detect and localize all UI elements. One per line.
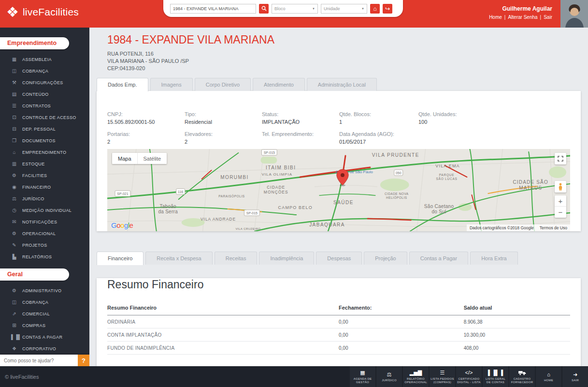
- finance-row: FUNDO DE INADIMPLÊNCIA0,00408,00: [107, 342, 570, 355]
- monitor-icon: ⊟: [11, 127, 17, 132]
- sidebar-item-administrativo[interactable]: ⚙ADMINISTRATIVO: [0, 285, 89, 297]
- finance-cell: ORDINÁRIA: [107, 315, 339, 328]
- sidebar-item-assembleia[interactable]: ▦ASSEMBLEIA: [0, 54, 89, 65]
- fullscreen-button[interactable]: [555, 153, 566, 164]
- home-quick-button[interactable]: ⌂: [370, 4, 380, 14]
- global-search-input[interactable]: [170, 4, 256, 14]
- map-type-map-button[interactable]: Mapa: [112, 153, 138, 164]
- tab-dados-emp[interactable]: Dados Emp.: [97, 78, 148, 91]
- bloco-select[interactable]: Bloco ▼: [272, 4, 318, 14]
- footer-button-cadastro-fornecedor[interactable]: CADASTRO FORNECEDOR: [509, 366, 535, 387]
- map-canvas[interactable]: SP-021116SP-015SP-015050 VILA PRUDENTEVI…: [107, 149, 570, 231]
- sidebar-item-conteudo[interactable]: ▤CONTEÚDO: [0, 89, 89, 100]
- sidebar-item-controle-de-acesso[interactable]: ⊡CONTROLE DE ACESSO: [0, 112, 89, 123]
- address-line: VILA MARIANA - SÃO PAULO /SP: [107, 58, 581, 65]
- sidebar-item-medicao-individual[interactable]: ◷MEDIÇÃO INDIVIDUAL: [0, 205, 89, 216]
- field-label: CNPJ:: [107, 111, 185, 117]
- sidebar-item-compras[interactable]: ⊞COMPRAS: [0, 320, 89, 331]
- map-label: VILA OLIMPIA: [262, 172, 292, 177]
- sidebar-item-comercial[interactable]: ⇗COMERCIAL: [0, 308, 89, 320]
- tab-contas-a-pagar[interactable]: Contas a Pagar: [409, 252, 468, 265]
- tab-hora-extra[interactable]: Hora Extra: [470, 252, 518, 265]
- field-value: Residencial: [185, 119, 262, 125]
- tab-receita-x-despesa[interactable]: Receita x Despesa: [145, 252, 212, 265]
- field-value: 100: [418, 119, 570, 125]
- sidebar-item-relatorios[interactable]: ▙RELATÓRIOS: [0, 251, 89, 263]
- global-search-bar: Bloco ▼ Unidade ▼ ⌂ ↪: [163, 0, 403, 17]
- sidebar-item-dep-pessoal[interactable]: ⊟DEP. PESSOAL: [0, 123, 89, 135]
- tab-despesas[interactable]: Despesas: [316, 252, 362, 265]
- truck-icon: [518, 370, 526, 376]
- home-icon: ⌂: [547, 371, 550, 378]
- sidebar-item-projetos[interactable]: ✎PROJETOS: [0, 239, 89, 251]
- sidebar-item-empreendimento[interactable]: ⌂EMPREENDIMENTO: [0, 147, 89, 158]
- help-input[interactable]: [0, 355, 78, 366]
- sidebar-section-geral[interactable]: Geral: [0, 268, 69, 281]
- sidebar-item-corporativo[interactable]: ❖CORPORATIVO: [0, 343, 89, 355]
- sidebar-item-estoque[interactable]: ▥ESTOQUE: [0, 158, 89, 170]
- sidebar-item-operacional[interactable]: ⚙OPERACIONAL: [0, 228, 89, 239]
- footer-button-sair[interactable]: ➜SAIR: [562, 366, 588, 387]
- footer-button-certificado-digital-lista[interactable]: </>CERTIFICADO DIGITAL - LISTA: [456, 366, 482, 387]
- sidebar-item-financeiro[interactable]: ◉FINANCEIRO: [0, 181, 89, 193]
- terms-of-use-link[interactable]: Termos de Uso: [540, 225, 567, 230]
- unidade-select[interactable]: Unidade ▼: [321, 4, 367, 14]
- sidebar-item-contratos[interactable]: ☰CONTRATOS: [0, 100, 89, 112]
- footer-button-juridico[interactable]: ⚖JURÍDICO: [376, 366, 402, 387]
- sidebar-item-contas-a-pagar[interactable]: ▌▐▌CONTAS A PAGAR: [0, 331, 89, 343]
- contracts-icon: ☰: [11, 104, 17, 108]
- sidebar-item-configuracoes[interactable]: ⚒CONFIGURAÇÕES: [0, 77, 89, 89]
- map-label: PARAISÓPOLIS: [218, 194, 245, 198]
- search-button[interactable]: [259, 4, 269, 14]
- map-label: VILA ANDRADE: [201, 217, 236, 222]
- zoom-out-button[interactable]: −: [555, 207, 566, 218]
- brand-logo[interactable]: ❖ liveFacilities: [6, 5, 79, 19]
- footer-button-label: HOME: [544, 379, 553, 382]
- map-label: MATEUS: [519, 185, 542, 191]
- field-label: Qtde. Blocos:: [339, 111, 418, 117]
- tab-projecao[interactable]: Projeção: [364, 252, 407, 265]
- sidebar-item-cobranca[interactable]: ◫COBRANÇA: [0, 297, 89, 308]
- bar-chart-icon: ▂▅▇: [410, 370, 422, 376]
- share-button[interactable]: ↪: [383, 4, 392, 14]
- tab-atendimento[interactable]: Atendimento: [253, 78, 305, 91]
- tab-administracao-local[interactable]: Administração Local: [307, 78, 377, 91]
- chevron-down-icon: ▼: [312, 7, 315, 10]
- link-alterar-senha[interactable]: Alterar Senha: [508, 15, 537, 20]
- link-home[interactable]: Home: [489, 15, 502, 20]
- map-label: CAMPO BELO: [278, 205, 313, 210]
- footer-button-lista-geral-de-contas[interactable]: ▌▐▌▐LISTA GERAL DE CONTAS: [483, 366, 508, 387]
- zoom-in-button[interactable]: +: [555, 195, 566, 207]
- sidebar-item-notificacoes[interactable]: ✉NOTIFICAÇÕES: [0, 216, 89, 228]
- pegman-control[interactable]: [555, 181, 566, 193]
- tab-financeiro[interactable]: Financeiro: [97, 252, 143, 265]
- footer-button-agenda-de-gestao[interactable]: ▦AGENDA DE GESTÃO: [350, 366, 375, 387]
- finance-cell: CONTA IMPLANTAÇÃO: [107, 328, 339, 342]
- field-label: Qtde. Unidades:: [418, 111, 570, 117]
- finance-row: ORDINÁRIA0,008.906,38: [107, 315, 570, 328]
- map-label: SÃO LUCAS: [436, 177, 457, 180]
- sidebar-item-facilities[interactable]: ⚙FACILITIES: [0, 170, 89, 181]
- sidebar-item-documentos[interactable]: ❐DOCUMENTOS: [0, 135, 89, 147]
- map-type-satellite-button[interactable]: Satélite: [138, 153, 167, 164]
- sidebar-section-empreendimento[interactable]: Empreendimento: [0, 37, 69, 49]
- sidebar-item-juridico[interactable]: ⚖JURÍDICO: [0, 193, 89, 205]
- user-avatar[interactable]: [560, 0, 588, 28]
- svg-text:SP-015: SP-015: [246, 211, 258, 215]
- sidebar-item-cobranca[interactable]: ◫COBRANÇA: [0, 65, 89, 77]
- building-icon: ⌂: [11, 150, 17, 155]
- link-sair[interactable]: Sair: [544, 15, 552, 20]
- road-shield: SP-015: [261, 149, 277, 155]
- tab-receitas[interactable]: Receitas: [215, 252, 258, 265]
- footer-button-lista-pedidos-compras[interactable]: ☰LISTA PEDIDOS (COMPRAS): [430, 366, 455, 387]
- tab-corpo-diretivo[interactable]: Corpo Diretivo: [195, 78, 251, 91]
- map-label: do Sul: [432, 209, 446, 214]
- tab-imagens[interactable]: Imagens: [150, 78, 193, 91]
- search-icon: [261, 6, 267, 11]
- footer-button-home[interactable]: ⌂HOME: [536, 366, 561, 387]
- help-button[interactable]: ?: [78, 355, 89, 366]
- sidebar-item-label: COMPRAS: [22, 323, 45, 328]
- footer-button-relatorio-operacional[interactable]: ▂▅▇RELATÓRIO OPERACIONAL: [403, 366, 429, 387]
- user-box: Guilherme Aguilar Home | Alterar Senha |…: [489, 5, 552, 20]
- tab-inadimplencia[interactable]: Inadimplência: [259, 252, 314, 265]
